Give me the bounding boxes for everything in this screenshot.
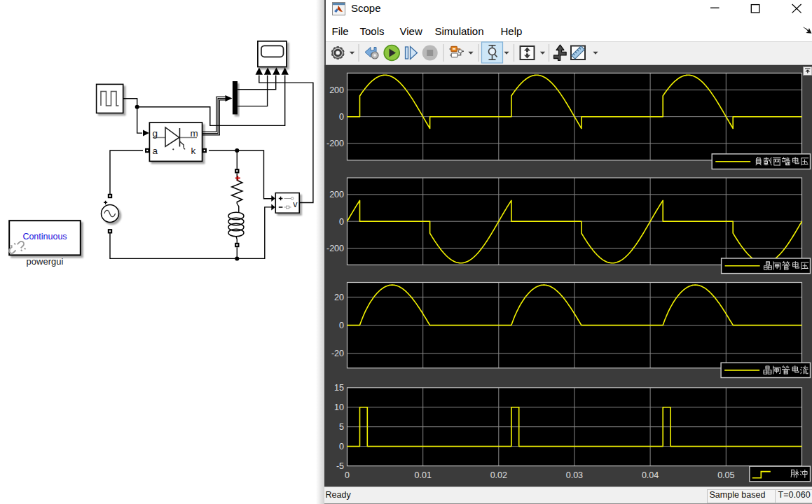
svg-text:a: a	[153, 146, 158, 156]
svg-text:0: 0	[339, 217, 344, 227]
svg-text:20: 20	[334, 293, 344, 302]
svg-text:200: 200	[329, 85, 344, 95]
svg-text:0.03: 0.03	[566, 470, 583, 480]
svg-text:m: m	[191, 128, 198, 139]
svg-text:10: 10	[334, 402, 344, 412]
svg-text:0.04: 0.04	[642, 470, 659, 480]
svg-text:0.02: 0.02	[490, 470, 507, 480]
svg-text:-200: -200	[326, 244, 344, 253]
svg-text:-5: -5	[336, 461, 344, 471]
svg-text:0: 0	[339, 321, 344, 330]
svg-text:0.01: 0.01	[415, 470, 432, 480]
svg-text:powergui: powergui	[27, 256, 64, 267]
svg-text:v: v	[293, 200, 298, 209]
svg-text:-200: -200	[326, 139, 344, 148]
svg-text:k: k	[191, 146, 196, 156]
svg-text:0.05: 0.05	[717, 470, 734, 480]
svg-text:0: 0	[339, 112, 344, 122]
svg-text:5: 5	[339, 422, 344, 432]
svg-text:0: 0	[339, 442, 344, 451]
svg-text:200: 200	[329, 190, 344, 200]
svg-text:g: g	[153, 128, 158, 139]
svg-text:-20: -20	[331, 349, 344, 358]
svg-text:Continuous: Continuous	[22, 232, 67, 241]
svg-text:15: 15	[334, 383, 344, 393]
svg-text:0: 0	[345, 470, 350, 480]
